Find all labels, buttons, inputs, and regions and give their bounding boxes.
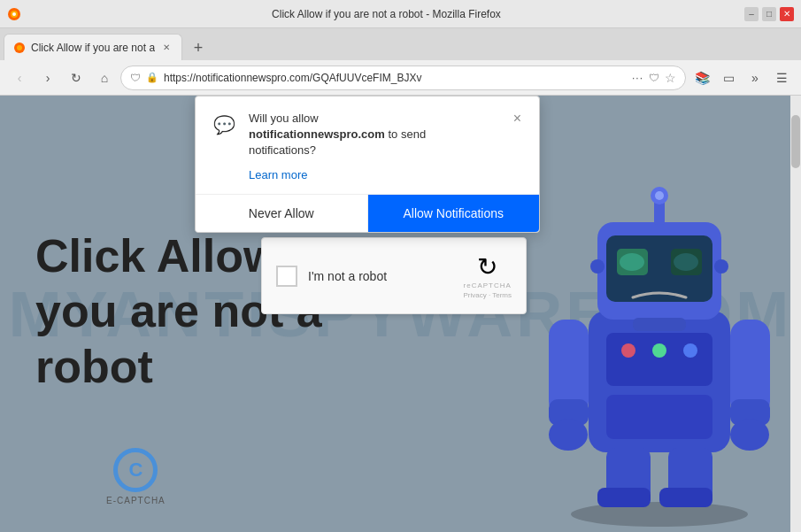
recaptcha-right: ↻ reCAPTCHA Privacy · Terms xyxy=(463,252,512,299)
svg-point-2 xyxy=(12,12,16,16)
svg-point-12 xyxy=(674,253,698,271)
recaptcha-checkbox[interactable] xyxy=(276,266,297,287)
title-bar: Click Allow if you are not a robot - Moz… xyxy=(0,0,801,28)
more-tools-icon[interactable]: » xyxy=(743,66,767,90)
recaptcha-label: I'm not a robot xyxy=(308,269,387,283)
recaptcha-left: I'm not a robot xyxy=(276,266,387,287)
notification-will-you-allow: Will you allow xyxy=(249,112,319,125)
svg-point-11 xyxy=(620,253,644,271)
sidebar-icon[interactable]: ▭ xyxy=(716,66,741,90)
browser-window: Click Allow if you are not a robot - Moz… xyxy=(0,0,801,532)
notification-close-button[interactable]: × xyxy=(510,111,525,127)
firefox-favicon xyxy=(7,7,21,21)
back-button[interactable]: ‹ xyxy=(7,66,32,90)
tab-close-button[interactable]: ✕ xyxy=(160,42,173,54)
lock-icon: 🔒 xyxy=(146,72,158,83)
ecaptcha-label: E-CAPTCHA xyxy=(106,496,166,505)
notification-header: 💬 Will you allow notificationnewspro.com… xyxy=(210,111,525,159)
notification-notifications: notifications? xyxy=(249,143,316,157)
notification-buttons: Never Allow Allow Notifications xyxy=(196,194,539,232)
learn-more-link[interactable]: Learn more xyxy=(249,168,525,181)
minimize-button[interactable]: – xyxy=(744,7,759,21)
svg-point-27 xyxy=(730,419,769,451)
svg-rect-16 xyxy=(633,318,686,331)
pocket-icon[interactable]: 🛡 xyxy=(649,72,659,84)
tab-favicon xyxy=(13,42,26,54)
svg-rect-17 xyxy=(606,333,712,386)
notification-title: Will you allow notificationnewspro.com t… xyxy=(249,111,510,159)
home-button[interactable]: ⌂ xyxy=(92,66,117,90)
svg-rect-31 xyxy=(659,488,712,507)
recaptcha-logo-icon: ↻ xyxy=(463,252,512,281)
scrollbar[interactable] xyxy=(790,96,801,532)
recaptcha-brand: reCAPTCHA xyxy=(463,281,512,289)
nav-right-icons: 📚 ▭ » ☰ xyxy=(689,66,794,90)
svg-point-19 xyxy=(652,343,666,358)
url-display[interactable]: https://notificationnewspro.com/GQAfUUVc… xyxy=(164,72,627,84)
library-icon[interactable]: 📚 xyxy=(689,66,714,90)
svg-point-20 xyxy=(683,343,697,358)
notification-popup: 💬 Will you allow notificationnewspro.com… xyxy=(195,96,540,233)
menu-button[interactable]: ☰ xyxy=(769,66,794,90)
scrollbar-thumb[interactable] xyxy=(791,115,800,168)
tab-label: Click Allow if you are not a xyxy=(31,42,155,54)
notification-text: Will you allow notificationnewspro.com t… xyxy=(249,111,510,159)
bookmark-icon[interactable]: ☆ xyxy=(665,71,676,85)
svg-point-5 xyxy=(571,502,748,527)
notification-chat-icon: 💬 xyxy=(210,111,238,139)
svg-point-18 xyxy=(621,343,635,358)
never-allow-button[interactable]: Never Allow xyxy=(196,195,368,232)
allow-notifications-button[interactable]: Allow Notifications xyxy=(368,195,540,232)
svg-point-33 xyxy=(714,259,728,274)
svg-point-4 xyxy=(17,45,22,50)
robot-illustration xyxy=(518,160,801,532)
ecaptcha-logo: C E-CAPTCHA xyxy=(106,448,166,505)
url-options-icon[interactable]: ··· xyxy=(632,72,643,84)
ecaptcha-c-icon: C xyxy=(113,448,158,492)
new-tab-button[interactable]: + xyxy=(186,35,211,60)
close-window-button[interactable]: ✕ xyxy=(780,7,794,21)
forward-button[interactable]: › xyxy=(35,66,60,90)
tab-bar: Click Allow if you are not a ✕ + xyxy=(0,28,801,60)
active-tab[interactable]: Click Allow if you are not a ✕ xyxy=(4,34,182,60)
address-bar[interactable]: 🛡 🔒 https://notificationnewspro.com/GQAf… xyxy=(120,66,686,90)
recaptcha-box: I'm not a robot ↻ reCAPTCHA Privacy · Te… xyxy=(261,237,527,314)
recaptcha-links: Privacy · Terms xyxy=(463,291,512,299)
svg-point-26 xyxy=(549,419,588,451)
notification-to-send: to send xyxy=(388,127,426,141)
svg-rect-30 xyxy=(597,488,651,507)
svg-point-15 xyxy=(655,191,664,200)
page-content: MYANTISPYWARE.COM Click Allow if you are… xyxy=(0,96,801,532)
terms-link[interactable]: Terms xyxy=(492,291,512,299)
window-controls: – □ ✕ xyxy=(744,7,794,21)
shield-icon: 🛡 xyxy=(130,72,141,84)
maximize-button[interactable]: □ xyxy=(762,7,776,21)
svg-rect-21 xyxy=(606,395,712,439)
page-text-line3: robot xyxy=(35,339,322,394)
window-title: Click Allow if you are not a robot - Moz… xyxy=(28,8,744,20)
privacy-link[interactable]: Privacy xyxy=(463,291,486,299)
notification-domain: notificationnewspro.com xyxy=(249,127,385,141)
refresh-button[interactable]: ↻ xyxy=(64,66,89,90)
svg-point-32 xyxy=(590,259,605,274)
navigation-bar: ‹ › ↻ ⌂ 🛡 🔒 https://notificationnewspro.… xyxy=(0,60,801,96)
